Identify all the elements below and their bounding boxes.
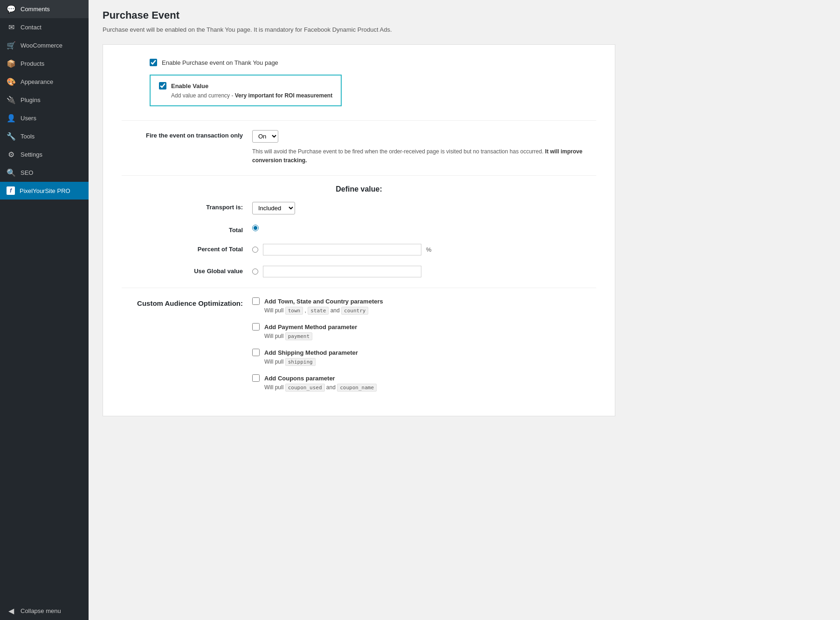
sidebar-item-pixelyoursite[interactable]: f PixelYourSite PRO <box>0 182 89 200</box>
sidebar-item-seo[interactable]: 🔍 SEO <box>0 164 89 182</box>
main-content: Purchase Event Purchase event will be en… <box>89 0 840 620</box>
fire-event-label: Fire the event on transaction only <box>122 130 243 139</box>
use-global-radio-with-input <box>252 266 596 277</box>
sidebar-item-products[interactable]: 📦 Products <box>0 55 89 73</box>
transport-label: Transport is: <box>122 202 243 211</box>
cb-shipping[interactable] <box>252 349 260 356</box>
percent-control: % <box>252 244 596 255</box>
cb-coupons[interactable] <box>252 374 260 382</box>
fire-event-control: On Off This will avoid the Purchase even… <box>252 130 596 165</box>
transport-row: Transport is: Included Excluded <box>122 202 596 214</box>
sidebar-label-plugins: Plugins <box>21 96 41 103</box>
fire-event-row: Fire the event on transaction only On Of… <box>122 130 596 165</box>
products-icon: 📦 <box>7 59 16 68</box>
total-radio[interactable] <box>252 225 259 231</box>
percent-row: Percent of Total % <box>122 244 596 255</box>
tag-coupon-used: coupon_used <box>285 384 325 392</box>
tag-shipping: shipping <box>285 358 316 366</box>
cb-payment[interactable] <box>252 323 260 331</box>
comments-icon: 💬 <box>7 5 16 14</box>
tag-state: state <box>308 307 329 315</box>
cb-town[interactable] <box>252 297 260 305</box>
sidebar-item-appearance[interactable]: 🎨 Appearance <box>0 73 89 91</box>
percent-input[interactable] <box>263 244 421 255</box>
label-payment: Add Payment Method parameter <box>264 324 357 331</box>
sidebar-label-woocommerce: WooCommerce <box>21 42 62 49</box>
sidebar: 💬 Comments ✉ Contact 🛒 WooCommerce 📦 Pro… <box>0 0 89 620</box>
desc-shipping: Will pull shipping <box>252 358 596 366</box>
define-value-heading: Define value: <box>122 185 596 193</box>
fire-event-desc-plain: This will avoid the Purchase event to be… <box>252 148 545 155</box>
users-icon: 👤 <box>7 114 16 123</box>
enable-purchase-row: Enable Purchase event on Thank You page <box>122 59 596 66</box>
enable-value-checkbox[interactable] <box>159 82 166 90</box>
contact-icon: ✉ <box>7 23 16 32</box>
custom-audience-label: Custom Audience Optimization: <box>122 297 243 307</box>
audience-option-shipping: Add Shipping Method parameter Will pull … <box>252 349 596 366</box>
audience-check-payment: Add Payment Method parameter <box>252 323 596 331</box>
total-label: Total <box>122 225 243 234</box>
enable-value-description: Add value and currency - Very important … <box>159 92 332 99</box>
label-town: Add Town, State and Country parameters <box>264 298 383 305</box>
percent-suffix: % <box>426 246 432 253</box>
page-title: Purchase Event <box>103 9 826 21</box>
percent-radio-with-input: % <box>252 244 596 255</box>
enable-value-box: Enable Value Add value and currency - Ve… <box>150 75 342 106</box>
use-global-radio[interactable] <box>252 269 258 275</box>
sidebar-item-settings[interactable]: ⚙ Settings <box>0 145 89 164</box>
plugins-icon: 🔌 <box>7 96 16 104</box>
label-coupons: Add Coupons parameter <box>264 375 335 382</box>
enable-value-check-row: Enable Value <box>159 82 332 90</box>
custom-audience-row: Custom Audience Optimization: Add Town, … <box>122 297 596 392</box>
pixelyoursite-icon: f <box>7 186 15 195</box>
collapse-icon: ◀ <box>7 606 16 615</box>
settings-icon: ⚙ <box>7 150 16 159</box>
page-subtitle: Purchase event will be enabled on the Th… <box>103 26 826 33</box>
divider-2 <box>122 175 596 176</box>
audience-check-town: Add Town, State and Country parameters <box>252 297 596 305</box>
sidebar-label-settings: Settings <box>21 151 42 158</box>
seo-icon: 🔍 <box>7 168 16 177</box>
percent-radio[interactable] <box>252 247 258 253</box>
sidebar-item-collapse[interactable]: ◀ Collapse menu <box>0 602 89 620</box>
fire-event-select[interactable]: On Off <box>252 130 278 143</box>
sidebar-item-plugins[interactable]: 🔌 Plugins <box>0 91 89 109</box>
sidebar-item-tools[interactable]: 🔧 Tools <box>0 127 89 145</box>
audience-check-coupons: Add Coupons parameter <box>252 374 596 382</box>
audience-option-payment: Add Payment Method parameter Will pull p… <box>252 323 596 340</box>
label-shipping: Add Shipping Method parameter <box>264 349 358 356</box>
use-global-input[interactable] <box>263 266 421 277</box>
transport-control: Included Excluded <box>252 202 596 214</box>
enable-purchase-label: Enable Purchase event on Thank You page <box>162 59 278 66</box>
audience-option-coupons: Add Coupons parameter Will pull coupon_u… <box>252 374 596 392</box>
desc-payment: Will pull payment <box>252 332 596 340</box>
sidebar-item-users[interactable]: 👤 Users <box>0 109 89 127</box>
woocommerce-icon: 🛒 <box>7 41 16 50</box>
transport-select[interactable]: Included Excluded <box>252 202 295 214</box>
sidebar-label-pixelyoursite: PixelYourSite PRO <box>20 187 70 194</box>
sidebar-label-users: Users <box>21 115 36 122</box>
sidebar-item-contact[interactable]: ✉ Contact <box>0 18 89 36</box>
fire-event-desc: This will avoid the Purchase event to be… <box>252 147 596 165</box>
sidebar-label-appearance: Appearance <box>21 78 53 85</box>
appearance-icon: 🎨 <box>7 77 16 86</box>
desc-town: Will pull town , state and country <box>252 307 596 315</box>
sidebar-item-woocommerce[interactable]: 🛒 WooCommerce <box>0 36 89 55</box>
sidebar-label-tools: Tools <box>21 133 34 140</box>
audience-options: Add Town, State and Country parameters W… <box>252 297 596 392</box>
enable-value-desc-plain: Add value and currency - <box>171 92 235 99</box>
sidebar-label-products: Products <box>21 60 44 67</box>
tag-town: town <box>285 307 303 315</box>
enable-purchase-checkbox[interactable] <box>150 59 157 66</box>
audience-check-shipping: Add Shipping Method parameter <box>252 349 596 356</box>
divider-3 <box>122 288 596 288</box>
sidebar-item-comments[interactable]: 💬 Comments <box>0 0 89 18</box>
tag-coupon-name: coupon_name <box>337 384 377 392</box>
use-global-row: Use Global value <box>122 266 596 277</box>
sidebar-label-contact: Contact <box>21 24 41 31</box>
desc-coupons: Will pull coupon_used and coupon_name <box>252 384 596 392</box>
tag-payment: payment <box>285 332 312 340</box>
percent-label: Percent of Total <box>122 244 243 253</box>
tools-icon: 🔧 <box>7 132 16 141</box>
divider-1 <box>122 120 596 121</box>
